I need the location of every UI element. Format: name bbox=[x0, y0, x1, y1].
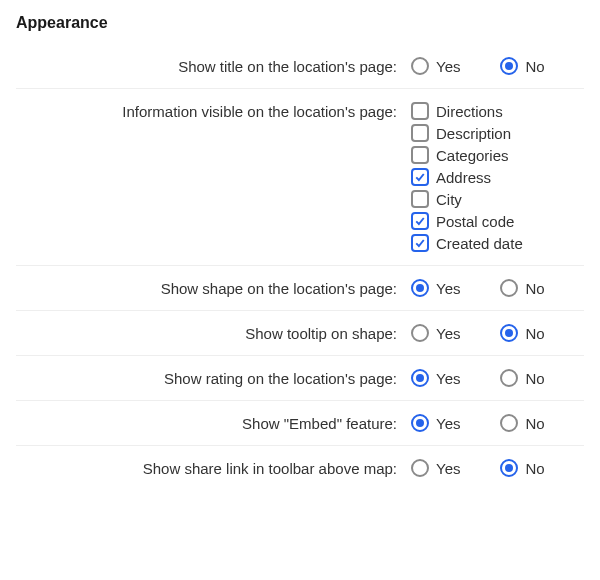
radio-label: Yes bbox=[436, 370, 460, 387]
radio-label: No bbox=[525, 280, 544, 297]
radio-label: No bbox=[525, 370, 544, 387]
radio-label: No bbox=[525, 325, 544, 342]
checkbox-label: Directions bbox=[436, 103, 503, 120]
radio-no-show_sharelink[interactable]: No bbox=[500, 459, 544, 477]
row-label: Show shape on the location's page: bbox=[16, 279, 411, 297]
radio-icon bbox=[411, 324, 429, 342]
radio-icon bbox=[411, 57, 429, 75]
radio-yes-show_embed[interactable]: Yes bbox=[411, 414, 460, 432]
checkbox-icon bbox=[411, 102, 429, 120]
radio-no-show_tooltip[interactable]: No bbox=[500, 324, 544, 342]
radio-yes-show_title[interactable]: Yes bbox=[411, 57, 460, 75]
checkbox-label: Description bbox=[436, 125, 511, 142]
row-label: Information visible on the location's pa… bbox=[16, 102, 411, 120]
row-show_embed: Show "Embed" feature: Yes No bbox=[16, 400, 584, 445]
radio-icon bbox=[411, 279, 429, 297]
radio-icon bbox=[500, 324, 518, 342]
checkbox-label: Categories bbox=[436, 147, 509, 164]
checkbox-list: Directions Description Categories Addres… bbox=[411, 102, 584, 252]
checkbox-icon bbox=[411, 190, 429, 208]
radio-label: Yes bbox=[436, 325, 460, 342]
radio-label: Yes bbox=[436, 415, 460, 432]
radio-label: No bbox=[525, 460, 544, 477]
radio-no-show_shape[interactable]: No bbox=[500, 279, 544, 297]
checkbox-item-6[interactable]: Created date bbox=[411, 234, 584, 252]
radio-group-show_rating: Yes No bbox=[411, 369, 584, 387]
radio-yes-show_tooltip[interactable]: Yes bbox=[411, 324, 460, 342]
checkbox-item-3[interactable]: Address bbox=[411, 168, 584, 186]
row-label: Show share link in toolbar above map: bbox=[16, 459, 411, 477]
radio-icon bbox=[411, 459, 429, 477]
radio-label: No bbox=[525, 415, 544, 432]
checkbox-icon bbox=[411, 124, 429, 142]
checkbox-label: Postal code bbox=[436, 213, 514, 230]
radio-yes-show_sharelink[interactable]: Yes bbox=[411, 459, 460, 477]
checkbox-icon bbox=[411, 212, 429, 230]
checkbox-item-2[interactable]: Categories bbox=[411, 146, 584, 164]
checkbox-item-4[interactable]: City bbox=[411, 190, 584, 208]
radio-group-show_embed: Yes No bbox=[411, 414, 584, 432]
radio-label: Yes bbox=[436, 280, 460, 297]
checkbox-item-1[interactable]: Description bbox=[411, 124, 584, 142]
row-label: Show title on the location's page: bbox=[16, 57, 411, 75]
row-show_title: Show title on the location's page: Yes N… bbox=[16, 44, 584, 88]
checkbox-icon bbox=[411, 234, 429, 252]
radio-label: No bbox=[525, 58, 544, 75]
radio-icon bbox=[500, 279, 518, 297]
checkbox-item-0[interactable]: Directions bbox=[411, 102, 584, 120]
radio-label: Yes bbox=[436, 460, 460, 477]
radio-no-show_rating[interactable]: No bbox=[500, 369, 544, 387]
radio-label: Yes bbox=[436, 58, 460, 75]
row-label: Show tooltip on shape: bbox=[16, 324, 411, 342]
radio-group-show_tooltip: Yes No bbox=[411, 324, 584, 342]
radio-icon bbox=[411, 414, 429, 432]
radio-icon bbox=[411, 369, 429, 387]
row-info-visible: Information visible on the location's pa… bbox=[16, 88, 584, 265]
radio-no-show_embed[interactable]: No bbox=[500, 414, 544, 432]
row-show_sharelink: Show share link in toolbar above map: Ye… bbox=[16, 445, 584, 490]
checkbox-item-5[interactable]: Postal code bbox=[411, 212, 584, 230]
radio-no-show_title[interactable]: No bbox=[500, 57, 544, 75]
radio-icon bbox=[500, 414, 518, 432]
checkbox-label: Address bbox=[436, 169, 491, 186]
checkbox-label: City bbox=[436, 191, 462, 208]
section-title: Appearance bbox=[16, 12, 584, 34]
checkbox-label: Created date bbox=[436, 235, 523, 252]
row-show_shape: Show shape on the location's page: Yes N… bbox=[16, 265, 584, 310]
checkbox-icon bbox=[411, 146, 429, 164]
checkbox-icon bbox=[411, 168, 429, 186]
radio-group-show_title: Yes No bbox=[411, 57, 584, 75]
radio-yes-show_rating[interactable]: Yes bbox=[411, 369, 460, 387]
row-show_rating: Show rating on the location's page: Yes … bbox=[16, 355, 584, 400]
radio-icon bbox=[500, 369, 518, 387]
row-label: Show rating on the location's page: bbox=[16, 369, 411, 387]
radio-group-show_shape: Yes No bbox=[411, 279, 584, 297]
radio-icon bbox=[500, 57, 518, 75]
radio-group-show_sharelink: Yes No bbox=[411, 459, 584, 477]
radio-icon bbox=[500, 459, 518, 477]
radio-yes-show_shape[interactable]: Yes bbox=[411, 279, 460, 297]
row-show_tooltip: Show tooltip on shape: Yes No bbox=[16, 310, 584, 355]
row-label: Show "Embed" feature: bbox=[16, 414, 411, 432]
